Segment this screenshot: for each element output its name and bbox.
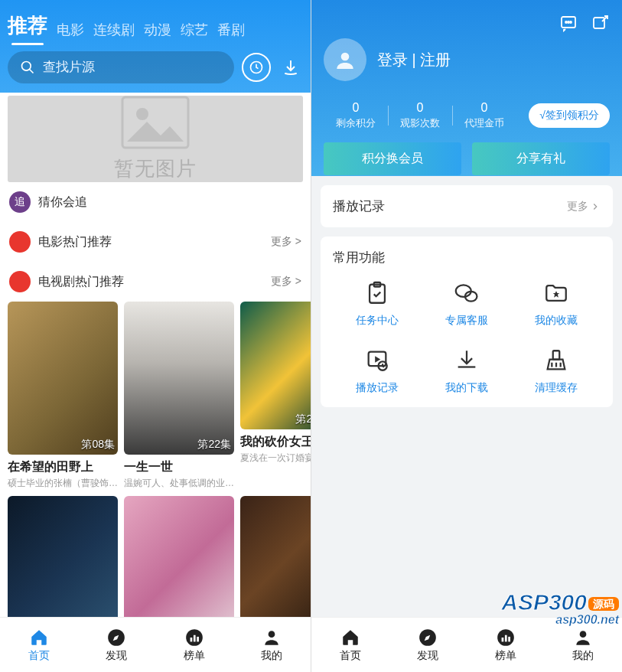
func-label: 播放记录	[356, 381, 399, 395]
share-button[interactable]	[591, 14, 610, 35]
person-icon	[262, 628, 282, 648]
stat-value: 0	[464, 101, 504, 115]
compass-icon	[418, 628, 438, 648]
action-buttons: 积分换会员 分享有礼	[324, 142, 610, 175]
episode-tag: 第22集	[197, 438, 231, 452]
download-tray-icon	[454, 347, 480, 374]
func-label: 我的收藏	[535, 314, 578, 328]
more-link[interactable]: 更多 >	[271, 275, 301, 289]
nav-rank[interactable]: 榜单	[155, 618, 233, 672]
svg-point-12	[565, 21, 567, 23]
poster-item[interactable]	[240, 496, 311, 617]
red-dot-icon	[9, 231, 31, 253]
stats-row: 0剩余积分 0观影次数 0代理金币 √签到领积分	[324, 101, 610, 130]
nav-me[interactable]: 我的	[545, 618, 623, 672]
compass-icon	[106, 628, 126, 648]
avatar-icon	[333, 47, 357, 72]
card-more[interactable]: 更多	[567, 200, 601, 214]
svg-rect-28	[508, 636, 510, 641]
search-row	[8, 51, 303, 83]
poster-item[interactable]: 第24集 我的砍价女王 夏浅在一次订婚宴上…	[240, 302, 311, 490]
tab-movie[interactable]: 电影	[57, 16, 84, 44]
image-placeholder-icon	[121, 96, 190, 149]
func-label: 我的下载	[445, 381, 488, 395]
person-icon	[573, 628, 593, 648]
poster-item[interactable]: 第22集 一生一世 温婉可人、处事低调的业…	[124, 302, 234, 490]
stat-coins[interactable]: 0代理金币	[452, 101, 516, 130]
func-play-history[interactable]: 播放记录	[333, 347, 422, 395]
func-downloads[interactable]: 我的下载	[422, 347, 512, 395]
more-text: 更多	[567, 200, 588, 214]
download-button[interactable]	[278, 55, 303, 80]
section-tv-hot: 电视剧热门推荐 更多 >	[8, 262, 303, 302]
svg-point-16	[341, 53, 350, 61]
poster-item[interactable]	[8, 496, 118, 617]
nav-home[interactable]: 首页	[0, 618, 78, 672]
more-link[interactable]: 更多 >	[271, 235, 301, 249]
folder-star-icon	[543, 280, 569, 306]
user-row[interactable]: 登录 | 注册	[324, 38, 610, 81]
nav-label: 首页	[340, 649, 361, 663]
section-title: 电视剧热门推荐	[38, 274, 271, 290]
messages-button[interactable]	[559, 14, 578, 35]
nav-discover[interactable]: 发现	[78, 618, 156, 672]
chevron-right-icon	[590, 201, 601, 212]
nav-label: 榜单	[184, 649, 205, 663]
func-task-center[interactable]: 任务中心	[333, 280, 422, 328]
bottom-nav: 首页 发现 榜单 我的	[0, 617, 311, 672]
banner-placeholder[interactable]: 暂无图片	[8, 96, 303, 182]
download-icon	[282, 58, 300, 77]
poster-item[interactable]: 第08集 在希望的田野上 硕士毕业的张楠（曹骏饰…	[8, 302, 118, 490]
history-card: 播放记录 更多	[321, 185, 613, 227]
banner-text: 暂无图片	[114, 155, 197, 182]
func-favorites[interactable]: 我的收藏	[511, 280, 601, 328]
chart-icon	[496, 628, 516, 648]
tab-bangumi[interactable]: 番剧	[217, 16, 245, 44]
search-box[interactable]	[8, 51, 234, 83]
stat-label: 剩余积分	[336, 116, 376, 130]
svg-rect-26	[501, 638, 503, 641]
red-dot-icon	[9, 271, 31, 292]
episode-tag: 第08集	[81, 438, 115, 452]
home-icon	[29, 628, 49, 648]
history-button[interactable]	[242, 53, 271, 82]
search-icon	[20, 60, 35, 75]
nav-label: 我的	[261, 649, 282, 663]
exchange-vip-button[interactable]: 积分换会员	[324, 142, 461, 175]
functions-card: 常用功能 任务中心 专属客服 我的收藏 播放记录	[321, 237, 613, 407]
func-customer-service[interactable]: 专属客服	[422, 280, 512, 328]
svg-rect-23	[552, 351, 559, 359]
svg-point-29	[580, 631, 587, 638]
play-record-icon	[364, 347, 390, 374]
poster-title: 我的砍价女王	[240, 434, 311, 450]
tab-anime[interactable]: 动漫	[144, 16, 171, 44]
nav-discover[interactable]: 发现	[389, 618, 467, 672]
home-icon	[340, 628, 360, 648]
poster-thumb	[8, 496, 118, 617]
tab-series[interactable]: 连续剧	[93, 16, 135, 44]
poster-thumb	[240, 496, 311, 617]
tab-variety[interactable]: 综艺	[181, 16, 208, 44]
bottom-nav: 首页 发现 榜单 我的	[311, 617, 622, 672]
svg-rect-27	[505, 634, 507, 641]
nav-home[interactable]: 首页	[311, 618, 389, 672]
svg-point-0	[22, 62, 31, 71]
func-clear-cache[interactable]: 清理缓存	[511, 347, 601, 395]
card-title: 播放记录	[333, 197, 385, 215]
poster-item[interactable]	[124, 496, 234, 617]
search-input[interactable]	[43, 60, 222, 75]
stat-views[interactable]: 0观影次数	[388, 101, 452, 130]
wechat-icon	[454, 280, 480, 306]
stat-value: 0	[400, 101, 440, 115]
stat-points[interactable]: 0剩余积分	[324, 101, 388, 130]
svg-rect-7	[190, 638, 192, 641]
nav-rank[interactable]: 榜单	[467, 618, 545, 672]
poster-desc: 温婉可人、处事低调的业…	[124, 477, 234, 490]
func-label: 任务中心	[356, 314, 399, 328]
login-register[interactable]: 登录 | 注册	[377, 50, 451, 70]
nav-me[interactable]: 我的	[233, 618, 311, 672]
signin-button[interactable]: √签到领积分	[529, 103, 610, 128]
tab-recommend[interactable]: 推荐	[8, 8, 47, 44]
broom-icon	[543, 347, 569, 374]
share-gift-button[interactable]: 分享有礼	[472, 142, 610, 175]
